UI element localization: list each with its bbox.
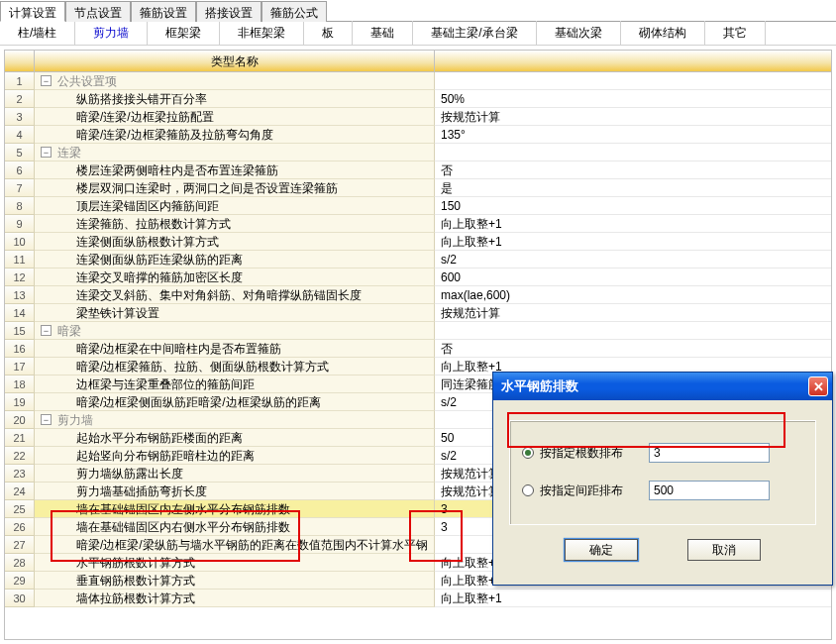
table-row[interactable]: 8顶层连梁锚固区内箍筋间距150 xyxy=(5,197,831,215)
row-name: 墙体拉筋根数计算方式 xyxy=(35,590,435,607)
tab-stirrup-settings[interactable]: 箍筋设置 xyxy=(131,1,196,22)
table-row[interactable]: 4暗梁/连梁/边框梁箍筋及拉筋弯勾角度135° xyxy=(5,126,831,144)
row-value[interactable] xyxy=(435,322,831,340)
table-row[interactable]: 16暗梁/边框梁在中间暗柱内是否布置箍筋否 xyxy=(5,340,831,358)
row-name: 连梁交叉暗撑的箍筋加密区长度 xyxy=(35,268,435,286)
row-value[interactable]: 135° xyxy=(435,126,831,144)
collapse-icon[interactable]: − xyxy=(41,414,52,425)
row-name: 水平钢筋根数计算方式 xyxy=(35,554,435,572)
row-number: 28 xyxy=(5,554,35,572)
row-name: 剪力墙基础插筋弯折长度 xyxy=(35,483,435,500)
dialog-title-text: 水平钢筋排数 xyxy=(501,377,808,395)
category-tabs: 柱/墙柱 剪力墙 框架梁 非框架梁 板 基础 基础主梁/承台梁 基础次梁 砌体结… xyxy=(0,22,836,46)
subtab-foundation[interactable]: 基础 xyxy=(353,21,413,46)
row-number: 13 xyxy=(5,286,35,304)
col-num-header xyxy=(5,51,35,71)
row-value[interactable]: 600 xyxy=(435,268,831,286)
tab-node-settings[interactable]: 节点设置 xyxy=(65,1,131,22)
subtab-frame-beam[interactable]: 框架梁 xyxy=(148,21,220,46)
row-name: 连梁交叉斜筋、集中对角斜筋、对角暗撑纵筋锚固长度 xyxy=(35,286,435,304)
table-header: 类型名称 xyxy=(5,51,831,72)
table-row[interactable]: 30墙体拉筋根数计算方式向上取整+1 xyxy=(5,590,831,607)
subtab-column[interactable]: 柱/墙柱 xyxy=(0,21,75,46)
col-name-header: 类型名称 xyxy=(35,51,435,71)
row-value[interactable]: 向上取整+1 xyxy=(435,215,831,233)
subtab-other[interactable]: 其它 xyxy=(705,21,766,46)
spacing-input[interactable] xyxy=(649,481,770,500)
main-tabs: 计算设置 节点设置 箍筋设置 搭接设置 箍筋公式 xyxy=(0,0,836,22)
radio-by-count-label[interactable]: 按指定根数排布 xyxy=(540,445,649,462)
row-name: 楼层连梁两侧暗柱内是否布置连梁箍筋 xyxy=(35,161,435,179)
row-number: 19 xyxy=(5,393,35,411)
row-number: 22 xyxy=(5,447,35,465)
radio-by-spacing[interactable] xyxy=(522,484,534,496)
row-value[interactable]: 向上取整+1 xyxy=(435,233,831,251)
table-row[interactable]: 5−连梁 xyxy=(5,144,831,161)
row-name: 暗梁/边框梁在中间暗柱内是否布置箍筋 xyxy=(35,340,435,358)
table-row[interactable]: 15−暗梁 xyxy=(5,322,831,340)
subtab-found-subbeam[interactable]: 基础次梁 xyxy=(537,21,621,46)
radio-by-spacing-label[interactable]: 按指定间距排布 xyxy=(540,483,649,499)
close-icon[interactable]: ✕ xyxy=(808,376,828,396)
tab-stirrup-formula[interactable]: 箍筋公式 xyxy=(261,1,327,22)
row-number: 3 xyxy=(5,108,35,126)
row-number: 5 xyxy=(5,144,35,161)
collapse-icon[interactable]: − xyxy=(41,75,52,86)
table-row[interactable]: 12连梁交叉暗撑的箍筋加密区长度600 xyxy=(5,268,831,286)
row-value[interactable]: s/2 xyxy=(435,251,831,268)
tab-lap-settings[interactable]: 搭接设置 xyxy=(196,1,261,22)
row-value[interactable]: 否 xyxy=(435,161,831,179)
subtab-nonframe-beam[interactable]: 非框架梁 xyxy=(220,21,304,46)
dialog-titlebar[interactable]: 水平钢筋排数 ✕ xyxy=(493,373,832,400)
row-name: 纵筋搭接接头错开百分率 xyxy=(35,90,435,108)
row-number: 16 xyxy=(5,340,35,358)
dialog-buttons: 确定 取消 xyxy=(509,539,816,575)
row-value[interactable]: 按规范计算 xyxy=(435,304,831,322)
tab-calc-settings[interactable]: 计算设置 xyxy=(0,1,65,22)
row-value[interactable]: 向上取整+1 xyxy=(435,590,831,607)
row-value[interactable]: max(lae,600) xyxy=(435,286,831,304)
row-number: 17 xyxy=(5,358,35,376)
row-name: 暗梁/连梁/边框梁拉筋配置 xyxy=(35,108,435,126)
collapse-icon[interactable]: − xyxy=(41,147,52,158)
row-number: 15 xyxy=(5,322,35,340)
row-value[interactable] xyxy=(435,72,831,90)
row-value[interactable]: 150 xyxy=(435,197,831,215)
collapse-icon[interactable]: − xyxy=(41,325,52,336)
table-row[interactable]: 6楼层连梁两侧暗柱内是否布置连梁箍筋否 xyxy=(5,161,831,179)
subtab-shearwall[interactable]: 剪力墙 xyxy=(75,21,148,46)
table-row[interactable]: 10连梁侧面纵筋根数计算方式向上取整+1 xyxy=(5,233,831,251)
subtab-slab[interactable]: 板 xyxy=(304,21,353,46)
row-name: 边框梁与连梁重叠部位的箍筋间距 xyxy=(35,376,435,393)
table-row[interactable]: 9连梁箍筋、拉筋根数计算方式向上取整+1 xyxy=(5,215,831,233)
table-row[interactable]: 2纵筋搭接接头错开百分率50% xyxy=(5,90,831,108)
col-value-header xyxy=(435,51,831,71)
table-row[interactable]: 1−公共设置项 xyxy=(5,72,831,90)
row-name: 墙在基础锚固区内左侧水平分布钢筋排数 xyxy=(35,500,435,518)
row-number: 29 xyxy=(5,572,35,590)
table-row[interactable]: 7楼层双洞口连梁时，两洞口之间是否设置连梁箍筋是 xyxy=(5,179,831,197)
row-number: 21 xyxy=(5,429,35,447)
row-number: 25 xyxy=(5,500,35,518)
horizontal-rebar-rows-dialog: 水平钢筋排数 ✕ 按指定根数排布 按指定间距排布 确定 取消 xyxy=(492,372,833,586)
row-value[interactable]: 50% xyxy=(435,90,831,108)
table-row[interactable]: 11连梁侧面纵筋距连梁纵筋的距离s/2 xyxy=(5,251,831,268)
subtab-found-mainbeam[interactable]: 基础主梁/承台梁 xyxy=(413,21,536,46)
row-name: 顶层连梁锚固区内箍筋间距 xyxy=(35,197,435,215)
cancel-button[interactable]: 取消 xyxy=(687,539,761,561)
row-name: 连梁侧面纵筋距连梁纵筋的距离 xyxy=(35,251,435,268)
ok-button[interactable]: 确定 xyxy=(565,539,638,561)
table-row[interactable]: 3暗梁/连梁/边框梁拉筋配置按规范计算 xyxy=(5,108,831,126)
radio-by-count[interactable] xyxy=(522,447,534,459)
table-row[interactable]: 14梁垫铁计算设置按规范计算 xyxy=(5,304,831,322)
row-value[interactable]: 是 xyxy=(435,179,831,197)
row-value[interactable] xyxy=(435,144,831,161)
row-value[interactable]: 按规范计算 xyxy=(435,108,831,126)
option-by-count-row: 按指定根数排布 xyxy=(522,443,803,463)
row-number: 30 xyxy=(5,590,35,607)
subtab-masonry[interactable]: 砌体结构 xyxy=(621,21,705,46)
row-value[interactable]: 否 xyxy=(435,340,831,358)
row-number: 18 xyxy=(5,376,35,393)
count-input[interactable] xyxy=(649,443,770,463)
table-row[interactable]: 13连梁交叉斜筋、集中对角斜筋、对角暗撑纵筋锚固长度max(lae,600) xyxy=(5,286,831,304)
